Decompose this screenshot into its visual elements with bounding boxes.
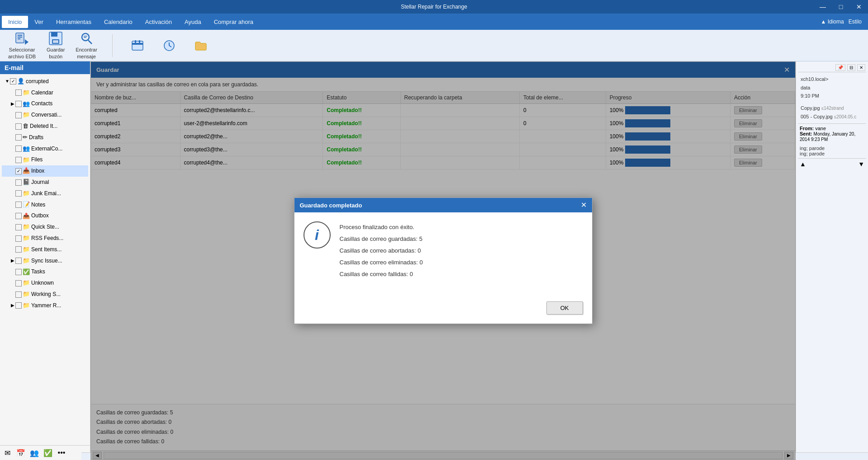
- tree-item-quicksteps[interactable]: 📁 Quick Ste...: [2, 221, 88, 233]
- tree-item-working[interactable]: 📁 Working S...: [2, 289, 88, 300]
- checkbox-outbox[interactable]: [15, 213, 22, 219]
- tree-label-unknown: Unknown: [31, 279, 54, 287]
- nav-calendar-icon[interactable]: 📅: [15, 447, 26, 458]
- tree-item-rss[interactable]: 📁 RSS Feeds...: [2, 233, 88, 244]
- toolbar-calendar-icon[interactable]: [124, 38, 151, 54]
- menu-comprar[interactable]: Comprar ahora: [208, 16, 260, 28]
- select-edb-label: Seleccionar archivo EDB: [8, 47, 36, 60]
- checkbox-rss[interactable]: [15, 235, 22, 242]
- tree-item-sync[interactable]: ▶ 📁 Sync Issue...: [2, 255, 88, 267]
- tree-item-conversations[interactable]: 📁 Conversati...: [2, 109, 88, 121]
- expand-icon[interactable]: ▼: [5, 78, 10, 85]
- toolbar-clock-icon[interactable]: [156, 38, 183, 54]
- tree-item-files[interactable]: 📁 Files: [2, 155, 88, 166]
- tree-item-junk[interactable]: 📁 Junk Emai...: [2, 188, 88, 199]
- checkbox-conversations[interactable]: [15, 112, 22, 118]
- email-line-2: ing; parode: [800, 151, 864, 156]
- nav-more-icon[interactable]: •••: [56, 447, 67, 458]
- checkbox-junk[interactable]: [15, 190, 22, 197]
- toolbar-folder-icon[interactable]: [187, 38, 214, 54]
- title-bar: Stellar Repair for Exchange — □ ✕: [0, 0, 868, 14]
- modal-close-button[interactable]: ✕: [581, 202, 587, 209]
- tree-item-notes[interactable]: 📝 Notes: [2, 199, 88, 211]
- close-button[interactable]: ✕: [850, 0, 868, 14]
- sidebar-nav-bar: ✉ 📅 👥 ✅ •••: [0, 445, 90, 460]
- tree-item-calendar[interactable]: 📁 Calendar: [2, 87, 88, 99]
- tree-item-yammer[interactable]: ▶ 📁 Yammer R...: [2, 300, 88, 311]
- expand-icon: [10, 291, 15, 298]
- nav-mail-icon[interactable]: ✉: [2, 447, 13, 458]
- expand-icon: [10, 179, 15, 186]
- expand-icon[interactable]: ▶: [10, 100, 15, 108]
- checkbox-unknown[interactable]: [15, 280, 22, 286]
- outbox-icon: 📤: [23, 211, 30, 221]
- find-message-button[interactable]: Encontrar mensaje: [72, 29, 101, 61]
- expand-icon[interactable]: ▶: [10, 302, 15, 309]
- menu-calendario[interactable]: Calendario: [98, 16, 139, 28]
- right-panel-nav: ▲ ▼: [798, 158, 866, 169]
- modal-line-4: Casillas de correo eliminadas: 0: [340, 257, 423, 268]
- ok-button[interactable]: OK: [546, 301, 583, 314]
- checkbox-sent[interactable]: [15, 246, 22, 253]
- checkbox-drafts[interactable]: [15, 134, 22, 141]
- menu-herramientas[interactable]: Herramientas: [50, 16, 98, 28]
- tree-label-externalco: ExternalCo...: [31, 145, 62, 153]
- tree-label-calendar: Calendar: [31, 89, 53, 97]
- tree-item-tasks[interactable]: ✅ Tasks: [2, 267, 88, 278]
- nav-people-icon[interactable]: 👥: [29, 447, 40, 458]
- minimize-button[interactable]: —: [814, 0, 832, 14]
- tree-item-journal[interactable]: 📓 Journal: [2, 177, 88, 188]
- modal-footer: OK: [294, 297, 592, 324]
- tree-item-inbox[interactable]: ✓ 📥 Inbox: [2, 165, 88, 177]
- tree-label-junk: Junk Emai...: [31, 189, 61, 198]
- expand-icon: [10, 212, 15, 220]
- toolbar: Seleccionar archivo EDB Guardar buzón: [0, 30, 868, 61]
- checkbox-contacts[interactable]: [15, 101, 22, 107]
- checkbox-notes[interactable]: [15, 202, 22, 208]
- nav-tasks-icon[interactable]: ✅: [43, 447, 53, 458]
- checkbox-journal[interactable]: [15, 179, 22, 186]
- nav-down-button[interactable]: ▼: [858, 160, 864, 168]
- checkbox-tasks[interactable]: [15, 269, 22, 275]
- expand-icon[interactable]: ▶: [10, 257, 15, 264]
- tree-item-externalco[interactable]: 👥 ExternalCo...: [2, 143, 88, 155]
- checkbox-files[interactable]: [15, 157, 22, 163]
- checkbox-externalco[interactable]: [15, 146, 22, 152]
- checkbox-corrupted[interactable]: ✓: [10, 78, 16, 84]
- tree-item-sent[interactable]: 📁 Sent Items...: [2, 244, 88, 255]
- checkbox-yammer[interactable]: [15, 302, 22, 309]
- svg-rect-15: [135, 40, 136, 43]
- tree-item-outbox[interactable]: 📤 Outbox: [2, 211, 88, 222]
- tree-item-corrupted[interactable]: ▼ ✓ 👤 corrupted: [2, 76, 88, 87]
- tree-item-drafts[interactable]: ✏ Drafts: [2, 132, 88, 143]
- menu-ver[interactable]: Ver: [28, 16, 50, 28]
- right-panel-unpin-button[interactable]: ⊟: [847, 64, 855, 71]
- menu-ayuda[interactable]: Ayuda: [178, 16, 208, 28]
- maximize-button[interactable]: □: [832, 0, 850, 14]
- checkbox-inbox[interactable]: ✓: [15, 168, 22, 174]
- file-2-name: 005 - Copy.jpg: [801, 114, 833, 119]
- checkbox-sync[interactable]: [15, 258, 22, 264]
- checkbox-working[interactable]: [15, 291, 22, 298]
- checkbox-deleted[interactable]: [15, 123, 22, 130]
- menu-activacion[interactable]: Activación: [139, 16, 178, 28]
- expand-icon: [10, 112, 15, 119]
- right-panel: 📌 ⊟ ✕ xch10.local> data 9:10 PM Copy.jpg…: [796, 61, 868, 460]
- select-edb-button[interactable]: Seleccionar archivo EDB: [5, 29, 39, 61]
- nav-up-button[interactable]: ▲: [800, 160, 806, 168]
- menu-inicio[interactable]: Inicio: [2, 16, 28, 28]
- tree-item-contacts[interactable]: ▶ 👥 Contacts: [2, 99, 88, 110]
- estilo-label[interactable]: Estilo: [849, 19, 862, 25]
- contacts-icon: 👥: [23, 99, 30, 109]
- right-panel-pin-button[interactable]: 📌: [835, 64, 845, 71]
- right-panel-close-button[interactable]: ✕: [857, 64, 865, 71]
- save-mailbox-button[interactable]: Guardar buzón: [42, 29, 69, 61]
- tree-item-unknown[interactable]: 📁 Unknown: [2, 277, 88, 289]
- folder-icon: 📁: [23, 88, 30, 98]
- checkbox-calendar[interactable]: [15, 89, 22, 96]
- svg-rect-14: [132, 43, 143, 45]
- tree-item-deleted[interactable]: 🗑 Deleted It...: [2, 121, 88, 132]
- idioma-label[interactable]: ▲ Idioma: [821, 19, 844, 25]
- checkbox-quicksteps[interactable]: [15, 224, 22, 230]
- svg-rect-0: [16, 33, 24, 43]
